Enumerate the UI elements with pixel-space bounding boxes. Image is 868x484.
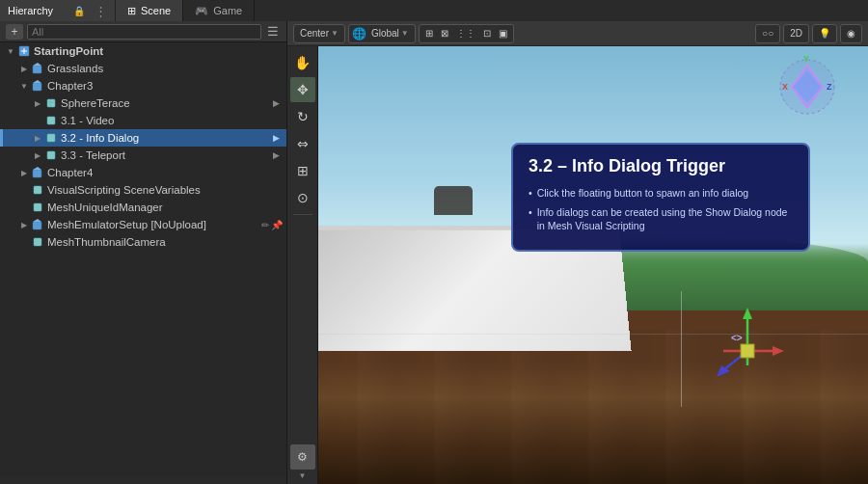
svg-rect-19 (34, 238, 41, 246)
view-btn-circles[interactable]: ○○ (759, 25, 776, 42)
transform-gizmo: <> (704, 298, 791, 388)
hierarchy-list[interactable]: StartingPoint Grasslands Chapter3 (0, 42, 286, 476)
svg-rect-11 (47, 134, 55, 142)
svg-rect-3 (33, 66, 41, 73)
center-group: Center ▼ (293, 24, 345, 43)
svg-rect-12 (47, 151, 55, 159)
svg-rect-7 (47, 99, 55, 107)
game-tab-label: Game (213, 5, 242, 16)
move-tool-button[interactable]: ✥ (290, 77, 315, 102)
tree-item-meshthumbnail[interactable]: MeshThumbnailCamera (0, 233, 286, 251)
gizmo-btn1[interactable]: ⊞ (422, 25, 436, 42)
scale-tool-button[interactable]: ⇔ (290, 131, 315, 156)
gizmo-btn3[interactable]: ⋮⋮ (453, 25, 478, 42)
rect-tool-button[interactable]: ⊞ (290, 158, 315, 183)
scene-area: Center ▼ 🌐 Global ▼ ⊞ ⊠ ⋮⋮ ⊡ ▣ ○○ (287, 21, 868, 484)
info-dialog-title: 3.2 – Info Dialog Trigger (529, 156, 793, 176)
arrow-sphereterrace (31, 99, 44, 108)
global-dropdown-icon: ▼ (401, 29, 409, 38)
center-label: Center (300, 28, 329, 39)
tree-item-chapter3[interactable]: Chapter3 (0, 77, 286, 94)
cube3d-icon-visualscripting (31, 183, 44, 197)
label-meshemulator: MeshEmulatorSetup [NoUpload] (47, 219, 261, 230)
svg-text:Z: Z (827, 82, 832, 92)
hierarchy-search-input[interactable] (27, 24, 261, 40)
center-button[interactable]: Center ▼ (297, 25, 341, 42)
gear-label: ▼ (290, 471, 315, 480)
svg-rect-17 (33, 222, 41, 229)
arrow-chapter4 (17, 169, 31, 177)
tree-item-startingpoint[interactable]: StartingPoint (0, 42, 286, 60)
tree-item-teleport[interactable]: 3.3 - Teleport ▶ (0, 147, 286, 164)
2d-button[interactable]: 2D (787, 25, 805, 42)
svg-rect-5 (33, 83, 41, 91)
scene-toolbar: Center ▼ 🌐 Global ▼ ⊞ ⊠ ⋮⋮ ⊡ ▣ ○○ (287, 21, 868, 46)
tree-item-visualscripting[interactable]: VisualScripting SceneVariables (0, 181, 286, 199)
svg-marker-28 (743, 308, 752, 319)
gizmo-btn2[interactable]: ⊠ (438, 25, 451, 42)
info-dialog-bullet2: Info dialogs can be created using the Sh… (529, 205, 793, 233)
left-toolbar: ✋ ✥ ↻ ⇔ ⊞ ⊙ ⚙ ▼ (287, 46, 318, 484)
svg-text:X: X (782, 82, 788, 92)
tree-item-grasslands[interactable]: Grasslands (0, 60, 286, 77)
global-button[interactable]: Global ▼ (368, 25, 412, 42)
hierarchy-menu-button[interactable]: ☰ (265, 24, 281, 39)
2d-group: 2D (783, 24, 809, 43)
arrow-teleport (31, 151, 44, 160)
arrow-chapter3 (17, 82, 31, 91)
label-meshunique: MeshUniqueIdManager (47, 202, 283, 213)
scene-icon-startingpoint (17, 44, 31, 58)
rotate-tool-button[interactable]: ↻ (290, 104, 315, 129)
tree-item-chapter4[interactable]: Chapter4 (0, 164, 286, 181)
cube3d-icon-sphereterrace (44, 96, 58, 110)
transform-tool-button[interactable]: ⊙ (290, 185, 315, 210)
cube3d-icon-video (44, 114, 58, 127)
cube3d-icon-meshunique (31, 201, 44, 214)
gizmo-btn4[interactable]: ⊡ (480, 25, 494, 42)
svg-marker-4 (33, 63, 41, 66)
cube-icon-chapter4 (31, 166, 44, 179)
info-dialog: 3.2 – Info Dialog Trigger Click the floa… (511, 143, 810, 252)
label-grasslands: Grasslands (47, 63, 283, 74)
hierarchy-panel: + ☰ StartingPoint Grasslands (0, 21, 287, 484)
game-tab[interactable]: 🎮 Game (183, 0, 255, 21)
hierarchy-scrollbar[interactable] (0, 476, 286, 484)
svg-rect-10 (47, 117, 55, 124)
gear-button[interactable]: ⚙ (290, 444, 315, 470)
gizmo-btn5[interactable]: ▣ (496, 25, 510, 42)
pin-icon-meshemulator: 📌 (271, 220, 283, 230)
tree-item-video[interactable]: 3.1 - Video (0, 112, 286, 129)
label-video: 3.1 - Video (61, 115, 283, 126)
cube-icon-chapter3 (31, 79, 44, 93)
label-visualscripting: VisualScripting SceneVariables (47, 184, 283, 196)
light-button[interactable]: 💡 (816, 25, 833, 42)
svg-text:<>: <> (731, 333, 743, 343)
label-infodialog: 3.2 - Info Dialog (61, 132, 269, 144)
tree-item-meshemulator[interactable]: MeshEmulatorSetup [NoUpload] ✏ 📌 (0, 216, 286, 233)
scene-viewport[interactable]: ✋ ✥ ↻ ⇔ ⊞ ⊙ ⚙ ▼ (287, 46, 868, 484)
hierarchy-tab[interactable]: Hierarchy 🔒 ⋮ (0, 0, 116, 21)
main-layout: + ☰ StartingPoint Grasslands (0, 21, 868, 484)
expand-arrow-infodialog: ▶ (269, 133, 283, 143)
tree-item-sphereterrace[interactable]: SphereTerace ▶ (0, 94, 286, 112)
label-chapter4: Chapter4 (47, 167, 283, 178)
y-axis-line (681, 291, 682, 407)
hand-tool-button[interactable]: ✋ (290, 50, 315, 75)
cube-icon-meshemulator (31, 218, 44, 231)
dots-icon[interactable]: ⋮ (95, 4, 107, 18)
add-gameobject-button[interactable]: + (6, 24, 23, 40)
view-group: ○○ (755, 24, 780, 43)
arrow-grasslands (17, 65, 31, 73)
scene-tab[interactable]: ⊞ Scene (116, 0, 183, 21)
svg-text:Y: Y (803, 56, 809, 64)
arrow-infodialog (31, 134, 44, 143)
effects-button[interactable]: ◉ (844, 25, 858, 42)
tree-item-infodialog[interactable]: 3.2 - Info Dialog ▶ (0, 129, 286, 147)
lock-icon: 🔒 (73, 6, 85, 16)
expand-arrow-sphereterrace: ▶ (269, 98, 283, 108)
pencil-icon-meshemulator: ✏ (261, 220, 269, 230)
global-label: Global (371, 28, 399, 39)
tree-item-meshunique[interactable]: MeshUniqueIdManager (0, 199, 286, 216)
left-toolbar-bottom: ⚙ ▼ (290, 444, 315, 480)
svg-rect-13 (33, 170, 41, 177)
